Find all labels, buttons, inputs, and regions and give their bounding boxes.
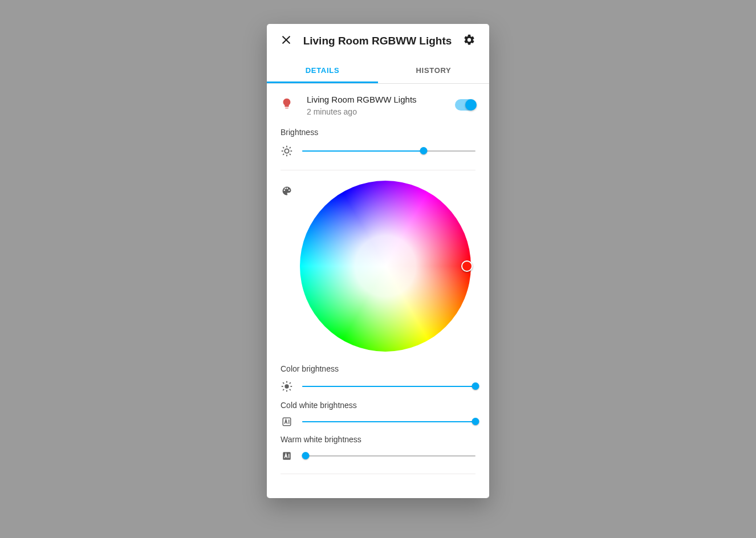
brightness-label: Brightness (281, 128, 475, 137)
color-wheel-pointer[interactable] (461, 260, 473, 272)
dialog-header: Living Room RGBWW Lights (267, 24, 489, 58)
cold-white-label: Cold white brightness (281, 401, 475, 410)
color-brightness-slider[interactable] (302, 386, 475, 387)
svg-line-19 (290, 382, 291, 384)
svg-line-10 (290, 147, 291, 148)
entity-last-changed: 2 minutes ago (307, 107, 455, 116)
dialog-body: Living Room RGBWW Lights 2 minutes ago B… (267, 84, 489, 498)
warm-white-icon (281, 451, 293, 461)
cold-white-slider[interactable] (302, 421, 475, 422)
svg-point-11 (284, 384, 288, 388)
cold-white-icon (281, 417, 293, 427)
entity-row: Living Room RGBWW Lights 2 minutes ago (281, 94, 475, 116)
svg-line-18 (283, 389, 284, 390)
lightbulb-icon (281, 97, 293, 112)
svg-point-2 (284, 149, 288, 153)
dialog-title: Living Room RGBWW Lights (292, 35, 463, 47)
svg-line-17 (290, 389, 291, 390)
svg-line-8 (290, 153, 291, 154)
power-toggle[interactable] (455, 99, 475, 111)
color-section (281, 181, 475, 352)
extra-sliders-section: Color brightness Cold white brightness (281, 364, 475, 474)
palette-icon (281, 185, 293, 197)
tab-history[interactable]: History (378, 58, 489, 83)
warm-white-slider[interactable] (302, 455, 475, 457)
entity-name: Living Room RGBWW Lights (307, 94, 455, 105)
entity-text: Living Room RGBWW Lights 2 minutes ago (307, 94, 455, 116)
svg-line-16 (283, 382, 284, 384)
svg-line-7 (283, 147, 284, 148)
brightness-icon (281, 380, 293, 393)
tab-details[interactable]: Details (267, 58, 378, 83)
gear-icon[interactable] (463, 34, 475, 48)
svg-line-9 (283, 153, 284, 154)
brightness-section: Brightness (281, 128, 475, 170)
tabs: Details History (267, 58, 489, 84)
color-wheel[interactable] (300, 181, 471, 352)
close-icon[interactable] (281, 34, 292, 48)
dialog: Living Room RGBWW Lights Details History… (267, 24, 489, 498)
color-brightness-label: Color brightness (281, 364, 475, 373)
warm-white-label: Warm white brightness (281, 435, 475, 444)
brightness-icon (281, 145, 293, 157)
brightness-slider[interactable] (302, 150, 475, 152)
